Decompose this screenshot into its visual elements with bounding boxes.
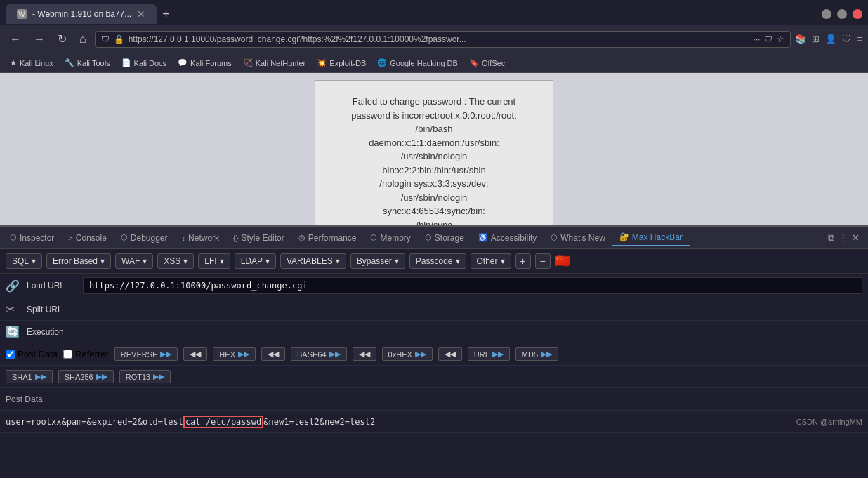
ldap-dropdown[interactable]: LDAP ▾ bbox=[235, 253, 276, 269]
tab-hackbar[interactable]: 🔐 Max HackBar bbox=[612, 230, 690, 246]
bookmark-google-hacking[interactable]: 🌐 Google Hacking DB bbox=[373, 57, 462, 69]
execution-label[interactable]: Execution bbox=[27, 327, 83, 337]
close-button[interactable] bbox=[853, 9, 862, 19]
bookmark-kali-docs[interactable]: 📄 Kali Docs bbox=[117, 57, 171, 69]
storage-icon: ⬡ bbox=[425, 233, 432, 242]
postdata-section-label: Post Data bbox=[6, 394, 62, 404]
passcode-dropdown[interactable]: Passcode ▾ bbox=[409, 253, 466, 269]
url-input[interactable] bbox=[83, 277, 862, 294]
url-button[interactable]: URL ▶▶ bbox=[468, 347, 510, 361]
bookmark-icon[interactable]: ☆ bbox=[777, 34, 784, 44]
devtools-close-icon[interactable]: ✕ bbox=[852, 232, 860, 244]
tab-whats-new[interactable]: ⬡ What's New bbox=[544, 230, 612, 246]
sidebar-icon[interactable]: ⊞ bbox=[812, 34, 820, 44]
tab-inspector[interactable]: ⬡ Inspector bbox=[3, 230, 61, 246]
error-based-dropdown[interactable]: Error Based ▾ bbox=[46, 253, 111, 269]
library-icon[interactable]: 📚 bbox=[795, 34, 806, 44]
overflow-menu-icon[interactable]: ≡ bbox=[857, 34, 862, 44]
whats-new-label: What's New bbox=[560, 233, 605, 243]
devtools-dock-icon[interactable]: ⧉ bbox=[828, 232, 834, 244]
bypasser-dropdown[interactable]: Bypasser ▾ bbox=[350, 253, 405, 269]
reverse-button[interactable]: REVERSE ▶▶ bbox=[114, 347, 178, 361]
referrer-checkbox-label[interactable]: Referrer bbox=[63, 349, 109, 359]
post-data-checkbox-label[interactable]: Post Data bbox=[6, 349, 58, 359]
inspector-label: Inspector bbox=[20, 233, 54, 243]
error-based-label: Error Based bbox=[53, 256, 98, 266]
tab-style-editor[interactable]: {} Style Editor bbox=[226, 230, 291, 246]
0xhex-arrow-icon: ▶▶ bbox=[415, 350, 426, 359]
tab-memory[interactable]: ⬡ Memory bbox=[363, 230, 417, 246]
shield-toolbar-icon[interactable]: 🛡 bbox=[842, 34, 851, 44]
devtools-end-controls: ⧉ ⋮ ✕ bbox=[828, 232, 865, 244]
hex-arrow-icon: ▶▶ bbox=[238, 350, 249, 359]
waf-dropdown[interactable]: WAF ▾ bbox=[115, 253, 153, 269]
rot13-arrow-icon: ▶▶ bbox=[153, 372, 164, 381]
bookmark-kali-forums[interactable]: 💬 Kali Forums bbox=[173, 57, 236, 69]
variables-dropdown[interactable]: VARIABLES ▾ bbox=[280, 253, 346, 269]
inspector-icon: ⬡ bbox=[10, 233, 17, 242]
variables-label: VARIABLES bbox=[287, 256, 333, 266]
rot13-button[interactable]: ROT13 ▶▶ bbox=[119, 370, 171, 383]
tab-debugger[interactable]: ⬡ Debugger bbox=[114, 230, 175, 246]
memory-icon: ⬡ bbox=[370, 233, 377, 242]
devtools-overflow-icon[interactable]: ⋮ bbox=[839, 232, 848, 244]
new-tab-button[interactable]: + bbox=[157, 7, 176, 22]
tab-console[interactable]: > Console bbox=[61, 230, 113, 246]
bookmarks-bar: ★ Kali Linux 🔧 Kali Tools 📄 Kali Docs 💬 … bbox=[0, 53, 868, 73]
other-dropdown[interactable]: Other ▾ bbox=[471, 253, 511, 269]
back-button[interactable]: ← bbox=[6, 32, 25, 47]
tab-network[interactable]: ↕ Network bbox=[175, 230, 227, 246]
0xhex-button[interactable]: 0xHEX ▶▶ bbox=[382, 347, 433, 361]
refresh-button[interactable]: ↻ bbox=[53, 31, 71, 47]
xss-arrow-icon: ▾ bbox=[183, 256, 188, 266]
offsec-label: OffSec bbox=[482, 59, 505, 67]
address-bar[interactable]: 🛡 🔒 https://127.0.0.1:10000/password_cha… bbox=[95, 31, 791, 48]
xss-dropdown[interactable]: XSS ▾ bbox=[157, 253, 194, 269]
sql-dropdown[interactable]: SQL ▾ bbox=[6, 253, 42, 269]
kali-docs-label: Kali Docs bbox=[134, 59, 166, 67]
load-url-row: 🔗 Load URL bbox=[0, 274, 868, 298]
google-hacking-label: Google Hacking DB bbox=[390, 59, 458, 67]
more-options-icon[interactable]: ··· bbox=[753, 34, 760, 44]
profile-icon[interactable]: 👤 bbox=[825, 34, 836, 44]
minimize-button[interactable] bbox=[822, 9, 831, 19]
browser-tab[interactable]: W - Webmin 1.910 on ba77... ✕ bbox=[6, 4, 157, 24]
sha256-button[interactable]: SHA256 ▶▶ bbox=[58, 370, 114, 383]
variables-arrow-icon: ▾ bbox=[336, 256, 340, 266]
home-button[interactable]: ⌂ bbox=[75, 32, 91, 47]
reverse-arrow-icon: ▶▶ bbox=[160, 350, 171, 359]
base64-decode-icon: ◀◀ bbox=[261, 347, 285, 361]
base64-button[interactable]: BASE64 ▶▶ bbox=[291, 347, 347, 361]
tab-performance[interactable]: ◷ Performance bbox=[291, 230, 364, 246]
bookmark-offsec[interactable]: 🔖 OffSec bbox=[465, 57, 509, 69]
network-label: Network bbox=[188, 233, 219, 243]
load-url-label[interactable]: Load URL bbox=[27, 281, 83, 291]
lfi-dropdown[interactable]: LFI ▾ bbox=[198, 253, 230, 269]
bookmark-kali-tools[interactable]: 🔧 Kali Tools bbox=[60, 57, 114, 69]
bookmark-exploit-db[interactable]: 💥 Exploit-DB bbox=[313, 57, 370, 69]
referrer-checkbox[interactable] bbox=[63, 350, 72, 359]
split-url-row: ✂ Split URL bbox=[0, 298, 868, 321]
forward-button[interactable]: → bbox=[29, 32, 49, 47]
kali-linux-label: Kali Linux bbox=[20, 59, 53, 67]
remove-button[interactable]: − bbox=[535, 253, 551, 269]
sha1-button[interactable]: SHA1 ▶▶ bbox=[6, 370, 53, 383]
tab-accessibility[interactable]: ♿ Accessibility bbox=[471, 230, 544, 246]
performance-icon: ◷ bbox=[298, 233, 305, 242]
bookmark-kali-nethunter[interactable]: 🏹 Kali NetHunter bbox=[239, 57, 310, 69]
md5-button[interactable]: MD5 ▶▶ bbox=[515, 347, 558, 361]
whats-new-icon: ⬡ bbox=[551, 233, 558, 242]
pocket-icon[interactable]: 🛡 bbox=[764, 34, 772, 44]
post-data-label: Post Data bbox=[18, 349, 58, 359]
add-button[interactable]: + bbox=[515, 253, 531, 269]
bookmark-kali-linux[interactable]: ★ Kali Linux bbox=[6, 57, 58, 69]
split-url-label[interactable]: Split URL bbox=[27, 305, 83, 314]
options-encode-row: Post Data Referrer REVERSE ▶▶ ◀◀ HEX ▶▶ bbox=[0, 343, 868, 366]
tab-close-button[interactable]: ✕ bbox=[137, 8, 145, 20]
kali-tools-icon: 🔧 bbox=[65, 58, 74, 67]
hex-button[interactable]: HEX ▶▶ bbox=[213, 347, 256, 361]
post-data-checkbox[interactable] bbox=[6, 350, 15, 359]
hackbar-label: Max HackBar bbox=[632, 232, 683, 242]
tab-storage[interactable]: ⬡ Storage bbox=[418, 230, 471, 246]
maximize-button[interactable] bbox=[837, 9, 847, 19]
